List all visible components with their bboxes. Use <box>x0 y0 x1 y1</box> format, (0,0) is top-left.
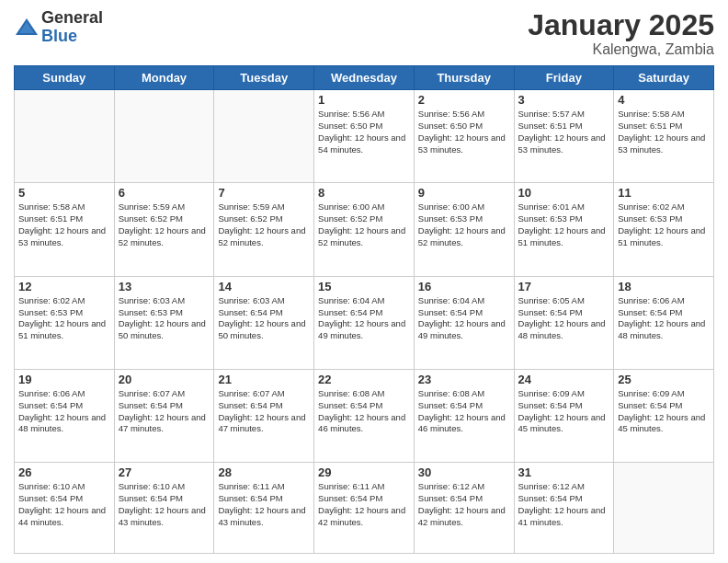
day-number: 25 <box>618 373 710 386</box>
day-number: 29 <box>318 465 410 479</box>
day-info: Sunrise: 6:02 AM Sunset: 6:53 PM Dayligh… <box>618 201 710 248</box>
day-number: 24 <box>518 373 610 386</box>
page: General Blue January 2025 Kalengwa, Zamb… <box>0 0 728 563</box>
day-info: Sunrise: 6:12 AM Sunset: 6:54 PM Dayligh… <box>518 481 610 528</box>
weekday-header-monday: Monday <box>114 66 214 90</box>
day-number: 27 <box>119 465 210 479</box>
day-number: 28 <box>218 465 310 479</box>
day-cell: 18Sunrise: 6:06 AM Sunset: 6:54 PM Dayli… <box>614 276 714 369</box>
day-cell: 16Sunrise: 6:04 AM Sunset: 6:54 PM Dayli… <box>414 276 514 369</box>
day-info: Sunrise: 6:05 AM Sunset: 6:54 PM Dayligh… <box>518 295 610 342</box>
day-cell: 9Sunrise: 6:00 AM Sunset: 6:53 PM Daylig… <box>414 183 514 276</box>
day-number: 23 <box>418 373 510 386</box>
weekday-header-friday: Friday <box>514 66 614 90</box>
day-cell: 10Sunrise: 6:01 AM Sunset: 6:53 PM Dayli… <box>514 183 614 276</box>
day-number: 31 <box>518 465 610 479</box>
day-cell: 6Sunrise: 5:59 AM Sunset: 6:52 PM Daylig… <box>114 183 214 276</box>
day-info: Sunrise: 5:59 AM Sunset: 6:52 PM Dayligh… <box>218 201 310 248</box>
day-number: 22 <box>318 373 410 386</box>
day-number: 14 <box>218 280 310 293</box>
day-number: 30 <box>418 465 510 479</box>
day-cell: 25Sunrise: 6:09 AM Sunset: 6:54 PM Dayli… <box>614 369 714 462</box>
day-cell: 13Sunrise: 6:03 AM Sunset: 6:53 PM Dayli… <box>114 276 214 369</box>
day-number: 5 <box>18 186 110 200</box>
day-cell <box>614 463 714 554</box>
day-cell: 15Sunrise: 6:04 AM Sunset: 6:54 PM Dayli… <box>314 276 415 369</box>
day-number: 12 <box>18 280 110 293</box>
day-cell <box>214 90 314 183</box>
day-info: Sunrise: 6:03 AM Sunset: 6:53 PM Dayligh… <box>119 295 210 342</box>
logo-general-text: General <box>41 9 103 28</box>
day-info: Sunrise: 6:11 AM Sunset: 6:54 PM Dayligh… <box>318 481 410 528</box>
day-info: Sunrise: 6:11 AM Sunset: 6:54 PM Dayligh… <box>218 481 310 528</box>
day-info: Sunrise: 6:03 AM Sunset: 6:54 PM Dayligh… <box>218 295 310 342</box>
day-cell: 17Sunrise: 6:05 AM Sunset: 6:54 PM Dayli… <box>514 276 614 369</box>
day-number: 7 <box>218 186 310 200</box>
day-number: 11 <box>618 186 710 200</box>
day-cell: 29Sunrise: 6:11 AM Sunset: 6:54 PM Dayli… <box>314 463 415 554</box>
week-row-5: 26Sunrise: 6:10 AM Sunset: 6:54 PM Dayli… <box>15 463 714 554</box>
day-cell: 26Sunrise: 6:10 AM Sunset: 6:54 PM Dayli… <box>15 463 115 554</box>
weekday-header-sunday: Sunday <box>15 66 115 90</box>
day-number: 21 <box>218 373 310 386</box>
day-info: Sunrise: 5:59 AM Sunset: 6:52 PM Dayligh… <box>119 201 210 248</box>
day-number: 16 <box>418 280 510 293</box>
logo-icon <box>14 15 40 40</box>
day-cell: 24Sunrise: 6:09 AM Sunset: 6:54 PM Dayli… <box>514 369 614 462</box>
logo-text: General Blue <box>41 9 103 46</box>
day-number: 19 <box>18 373 110 386</box>
day-cell: 7Sunrise: 5:59 AM Sunset: 6:52 PM Daylig… <box>214 183 314 276</box>
day-number: 10 <box>518 186 610 200</box>
day-number: 1 <box>318 93 410 107</box>
logo: General Blue <box>14 9 103 46</box>
day-info: Sunrise: 6:06 AM Sunset: 6:54 PM Dayligh… <box>618 295 710 342</box>
week-row-2: 5Sunrise: 5:58 AM Sunset: 6:51 PM Daylig… <box>15 183 714 276</box>
day-info: Sunrise: 6:08 AM Sunset: 6:54 PM Dayligh… <box>418 388 510 435</box>
weekday-header-thursday: Thursday <box>414 66 514 90</box>
day-info: Sunrise: 6:10 AM Sunset: 6:54 PM Dayligh… <box>119 481 210 528</box>
day-cell: 4Sunrise: 5:58 AM Sunset: 6:51 PM Daylig… <box>614 90 714 183</box>
day-number: 13 <box>119 280 210 293</box>
logo-blue-text: Blue <box>41 28 103 46</box>
day-number: 9 <box>418 186 510 200</box>
day-info: Sunrise: 6:07 AM Sunset: 6:54 PM Dayligh… <box>218 388 310 435</box>
day-info: Sunrise: 5:56 AM Sunset: 6:50 PM Dayligh… <box>318 109 410 155</box>
day-cell: 22Sunrise: 6:08 AM Sunset: 6:54 PM Dayli… <box>314 369 415 462</box>
day-info: Sunrise: 5:56 AM Sunset: 6:50 PM Dayligh… <box>418 109 510 155</box>
day-number: 6 <box>119 186 210 200</box>
day-info: Sunrise: 5:57 AM Sunset: 6:51 PM Dayligh… <box>518 109 610 155</box>
day-info: Sunrise: 6:04 AM Sunset: 6:54 PM Dayligh… <box>418 295 510 342</box>
month-title: January 2025 <box>528 9 714 41</box>
week-row-4: 19Sunrise: 6:06 AM Sunset: 6:54 PM Dayli… <box>15 369 714 462</box>
day-cell: 27Sunrise: 6:10 AM Sunset: 6:54 PM Dayli… <box>114 463 214 554</box>
day-cell: 12Sunrise: 6:02 AM Sunset: 6:53 PM Dayli… <box>15 276 115 369</box>
day-info: Sunrise: 6:00 AM Sunset: 6:53 PM Dayligh… <box>418 201 510 248</box>
day-cell: 21Sunrise: 6:07 AM Sunset: 6:54 PM Dayli… <box>214 369 314 462</box>
week-row-3: 12Sunrise: 6:02 AM Sunset: 6:53 PM Dayli… <box>15 276 714 369</box>
day-cell: 31Sunrise: 6:12 AM Sunset: 6:54 PM Dayli… <box>514 463 614 554</box>
day-cell: 1Sunrise: 5:56 AM Sunset: 6:50 PM Daylig… <box>314 90 415 183</box>
title-area: January 2025 Kalengwa, Zambia <box>528 9 714 58</box>
calendar-table: SundayMondayTuesdayWednesdayThursdayFrid… <box>14 65 714 554</box>
day-cell <box>114 90 214 183</box>
day-cell: 3Sunrise: 5:57 AM Sunset: 6:51 PM Daylig… <box>514 90 614 183</box>
header: General Blue January 2025 Kalengwa, Zamb… <box>14 9 714 58</box>
day-number: 15 <box>318 280 410 293</box>
day-info: Sunrise: 5:58 AM Sunset: 6:51 PM Dayligh… <box>18 201 110 248</box>
day-info: Sunrise: 6:04 AM Sunset: 6:54 PM Dayligh… <box>318 295 410 342</box>
day-info: Sunrise: 6:06 AM Sunset: 6:54 PM Dayligh… <box>18 388 110 435</box>
day-info: Sunrise: 5:58 AM Sunset: 6:51 PM Dayligh… <box>618 109 710 155</box>
location: Kalengwa, Zambia <box>528 41 714 58</box>
day-info: Sunrise: 6:09 AM Sunset: 6:54 PM Dayligh… <box>518 388 610 435</box>
day-cell: 19Sunrise: 6:06 AM Sunset: 6:54 PM Dayli… <box>15 369 115 462</box>
weekday-header-row: SundayMondayTuesdayWednesdayThursdayFrid… <box>15 66 714 90</box>
day-cell: 14Sunrise: 6:03 AM Sunset: 6:54 PM Dayli… <box>214 276 314 369</box>
day-number: 26 <box>18 465 110 479</box>
day-number: 18 <box>618 280 710 293</box>
day-info: Sunrise: 6:08 AM Sunset: 6:54 PM Dayligh… <box>318 388 410 435</box>
day-info: Sunrise: 6:12 AM Sunset: 6:54 PM Dayligh… <box>418 481 510 528</box>
day-cell <box>15 90 115 183</box>
day-number: 8 <box>318 186 410 200</box>
day-cell: 23Sunrise: 6:08 AM Sunset: 6:54 PM Dayli… <box>414 369 514 462</box>
day-number: 17 <box>518 280 610 293</box>
